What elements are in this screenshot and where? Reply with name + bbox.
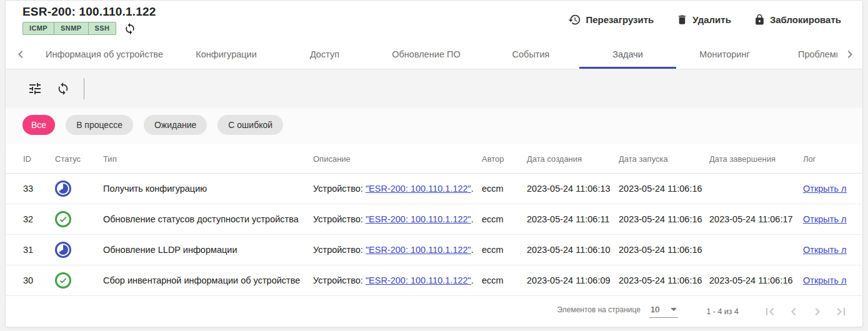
protocol-status-row: ICMP SNMP SSH: [22, 22, 156, 35]
tab-events[interactable]: События: [482, 39, 579, 69]
tab-firmware-update[interactable]: Обновление ПО: [370, 39, 482, 69]
chip-in-progress[interactable]: В процессе: [66, 115, 133, 135]
status-in-progress-icon: [55, 180, 71, 197]
task-started: 2023-05-24 11:06:16: [619, 275, 709, 285]
items-per-page: Элементов на странице 10: [557, 305, 678, 318]
chip-error[interactable]: С ошибкой: [217, 115, 283, 135]
tab-access[interactable]: Доступ: [279, 39, 370, 69]
table-row: 30 Сбор инвентарной информации об устрой…: [6, 265, 862, 296]
task-type: Получить конфигурацию: [103, 184, 313, 194]
next-page-button[interactable]: [810, 304, 825, 319]
tab-configurations[interactable]: Конфигурации: [173, 39, 279, 69]
task-description: Устройство: "ESR-200: 100.110.1.122".: [313, 184, 482, 194]
status-success-icon: [55, 272, 71, 289]
chip-pending[interactable]: Ожидание: [144, 115, 207, 135]
device-link[interactable]: "ESR-200: 100.110.1.122": [366, 275, 471, 285]
task-created: 2023-05-24 11:06:11: [527, 214, 619, 224]
col-header-log: Лог: [803, 154, 847, 164]
task-finished: 2023-05-24 11:06:16: [709, 275, 803, 285]
description-suffix: .: [471, 214, 474, 224]
device-link[interactable]: "ESR-200: 100.110.1.122": [366, 245, 471, 255]
badge-ssh: SSH: [89, 22, 117, 35]
task-author: eccm: [482, 184, 527, 194]
first-page-icon: [762, 304, 777, 319]
page-title: ESR-200: 100.110.1.122: [22, 5, 156, 19]
refresh-tasks-button[interactable]: [56, 82, 70, 96]
task-id: 32: [23, 214, 55, 224]
chevron-left-icon: [786, 304, 801, 319]
open-log-link[interactable]: Открыть лог: [803, 275, 847, 285]
chevron-left-icon: [13, 47, 28, 62]
delete-button-label: Удалить: [692, 14, 731, 25]
open-log-link[interactable]: Открыть лог: [803, 214, 847, 224]
delete-button[interactable]: Удалить: [676, 13, 731, 26]
tab-tasks[interactable]: Задачи: [579, 39, 676, 69]
tab-monitoring[interactable]: Мониторинг: [676, 39, 773, 69]
task-type: Обновление LLDP информации: [103, 245, 313, 255]
table-paginator: Элементов на странице 10 1 - 4 из 4: [6, 296, 862, 327]
task-started: 2023-05-24 11:06:16: [619, 245, 709, 255]
status-in-progress-icon: [55, 242, 71, 258]
tune-icon: [27, 81, 42, 96]
device-link[interactable]: "ESR-200: 100.110.1.122": [366, 184, 471, 194]
tab-device-info[interactable]: Информация об устройстве: [36, 39, 173, 69]
tabs-scroll-right-button[interactable]: [837, 39, 862, 69]
open-log-link[interactable]: Открыть лог: [803, 245, 847, 255]
tab-label: События: [512, 49, 550, 59]
tabs-track: Информация об устройстве Конфигурации До…: [36, 39, 837, 69]
device-actions: Перезагрузить Удалить Заблокировать: [568, 13, 841, 26]
refresh-availability-button[interactable]: [124, 22, 136, 35]
tabs-scroll-left-button[interactable]: [6, 39, 36, 69]
tab-label: Проблемы: [798, 49, 837, 59]
pager-buttons: [762, 304, 849, 319]
task-started: 2023-05-24 11:06:16: [619, 214, 709, 224]
tasks-table: ID Статус Тип Описание Автор Дата создан…: [6, 144, 862, 296]
col-header-finished: Дата завершения: [709, 154, 803, 164]
items-per-page-select[interactable]: 10: [649, 305, 678, 318]
first-page-button[interactable]: [762, 304, 777, 319]
badge-icmp: ICMP: [22, 22, 54, 35]
filter-settings-button[interactable]: [27, 81, 42, 96]
chip-all[interactable]: Все: [22, 115, 55, 135]
device-header: ESR-200: 100.110.1.122 ICMP SNMP SSH: [6, 1, 862, 39]
col-header-status: Статус: [55, 154, 103, 164]
tab-label: Доступ: [310, 49, 339, 59]
tab-label: Мониторинг: [699, 49, 749, 59]
last-page-button[interactable]: [834, 304, 849, 319]
table-header-row: ID Статус Тип Описание Автор Дата создан…: [6, 144, 862, 174]
open-log-link[interactable]: Открыть лог: [803, 184, 847, 194]
task-finished: 2023-05-24 11:06:17: [709, 214, 803, 224]
device-link[interactable]: "ESR-200: 100.110.1.122": [366, 214, 471, 224]
table-row: 31 Обновление LLDP информации Устройство…: [6, 235, 862, 265]
tasks-toolbar: [6, 69, 862, 108]
task-description: Устройство: "ESR-200: 100.110.1.122".: [313, 214, 482, 224]
items-per-page-label: Элементов на странице: [557, 305, 640, 314]
tab-label: Обновление ПО: [392, 49, 460, 59]
tab-label: Конфигурации: [196, 49, 257, 59]
description-prefix: Устройство:: [313, 184, 366, 194]
task-id: 30: [23, 275, 55, 285]
description-prefix: Устройство:: [313, 214, 366, 224]
status-filter-chips: Все В процессе Ожидание С ошибкой: [6, 108, 862, 144]
block-button[interactable]: Заблокировать: [754, 13, 841, 26]
task-id: 33: [23, 184, 55, 194]
task-author: eccm: [482, 245, 527, 255]
col-header-author: Автор: [482, 154, 527, 164]
reboot-button-label: Перезагрузить: [586, 14, 654, 25]
tabs-viewport: Информация об устройстве Конфигурации До…: [36, 39, 837, 69]
protocol-badges: ICMP SNMP SSH: [22, 22, 116, 35]
device-tabs: Информация об устройстве Конфигурации До…: [6, 39, 862, 69]
tab-problems[interactable]: Проблемы: [773, 39, 837, 69]
description-prefix: Устройство:: [313, 275, 366, 285]
reboot-button[interactable]: Перезагрузить: [568, 13, 654, 26]
lock-icon: [754, 14, 766, 26]
device-header-left: ESR-200: 100.110.1.122 ICMP SNMP SSH: [22, 5, 156, 35]
tab-label: Задачи: [612, 49, 643, 59]
previous-page-button[interactable]: [786, 304, 801, 319]
description-prefix: Устройство:: [313, 245, 366, 255]
task-type: Обновление статусов доступности устройст…: [103, 214, 313, 224]
task-type: Сбор инвентарной информации об устройств…: [103, 275, 313, 285]
table-row: 33 Получить конфигурацию Устройство: "ES…: [6, 174, 862, 204]
last-page-icon: [834, 304, 849, 319]
caret-down-icon: [671, 308, 677, 311]
